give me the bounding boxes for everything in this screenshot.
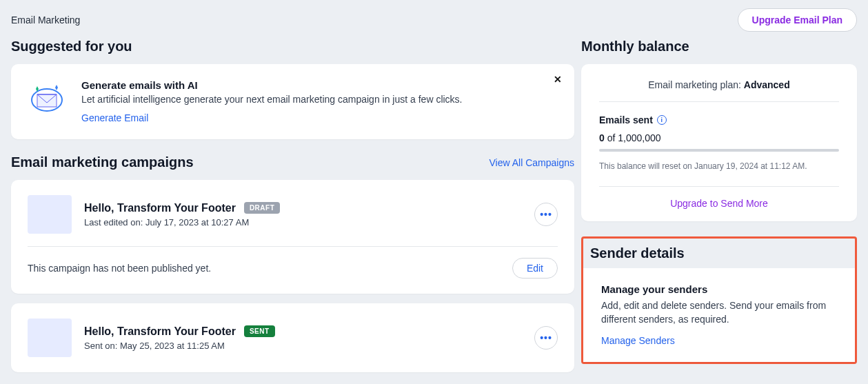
emails-sent-value: 0 of 1,000,000 (599, 132, 839, 143)
ai-email-icon (28, 79, 66, 118)
more-options-button[interactable]: ••• (534, 326, 558, 350)
plan-name: Advanced (744, 79, 790, 90)
sender-heading: Sender details (583, 245, 855, 268)
emails-sent-label: Emails sent i (599, 114, 839, 125)
campaign-card: Hello, Transform Your Footer DRAFT Last … (11, 180, 574, 294)
upgrade-send-more-link[interactable]: Upgrade to Send More (599, 186, 839, 209)
plan-label: Email marketing plan: Advanced (599, 79, 839, 102)
more-options-button[interactable]: ••• (534, 203, 558, 226)
close-icon[interactable]: ✕ (554, 74, 562, 85)
balance-reset-note: This balance will reset on January 19, 2… (599, 161, 839, 171)
suggestion-body: Generate emails with AI Let artificial i… (81, 79, 463, 124)
campaign-card: Hello, Transform Your Footer SENT Sent o… (11, 303, 574, 372)
topbar: Email Marketing Upgrade Email Plan (0, 0, 868, 32)
suggestion-title: Generate emails with AI (81, 79, 463, 91)
view-all-campaigns-link[interactable]: View All Campaigns (489, 157, 574, 168)
edit-button[interactable]: Edit (512, 258, 558, 279)
page-title: Email Marketing (11, 14, 80, 26)
campaign-title: Hello, Transform Your Footer (84, 202, 236, 214)
info-icon[interactable]: i (657, 115, 667, 125)
campaigns-header: Email marketing campaigns View All Campa… (11, 154, 574, 170)
svg-rect-2 (37, 94, 57, 107)
manage-senders-link[interactable]: Manage Senders (601, 335, 675, 346)
suggestion-desc: Let artificial intelligence generate you… (81, 94, 463, 105)
status-badge: DRAFT (244, 202, 280, 214)
campaign-meta: Sent on: May 25, 2023 at 11:25 AM (84, 341, 522, 351)
sender-details-highlighted: Sender details Manage your senders Add, … (581, 236, 857, 364)
campaigns-heading: Email marketing campaigns (11, 154, 194, 170)
upgrade-plan-button[interactable]: Upgrade Email Plan (738, 8, 857, 32)
balance-heading: Monthly balance (581, 39, 857, 54)
generate-email-link[interactable]: Generate Email (81, 112, 148, 123)
sender-title: Manage your senders (601, 283, 837, 295)
campaign-thumbnail (28, 195, 72, 234)
campaign-status-note: This campaign has not been published yet… (28, 263, 211, 274)
plan-prefix: Email marketing plan: (648, 79, 744, 90)
status-badge: SENT (244, 325, 275, 337)
campaign-title: Hello, Transform Your Footer (84, 325, 236, 338)
campaign-thumbnail (28, 319, 72, 357)
balance-card: Email marketing plan: Advanced Emails se… (581, 64, 857, 221)
suggestion-card: Generate emails with AI Let artificial i… (11, 64, 574, 139)
divider (28, 246, 558, 247)
sender-card: Manage your senders Add, edit and delete… (583, 268, 855, 362)
sender-desc: Add, edit and delete senders. Send your … (601, 299, 837, 326)
suggested-heading: Suggested for you (11, 39, 574, 54)
progress-bar (599, 149, 839, 152)
campaign-meta: Last edited on: July 17, 2023 at 10:27 A… (84, 217, 522, 228)
